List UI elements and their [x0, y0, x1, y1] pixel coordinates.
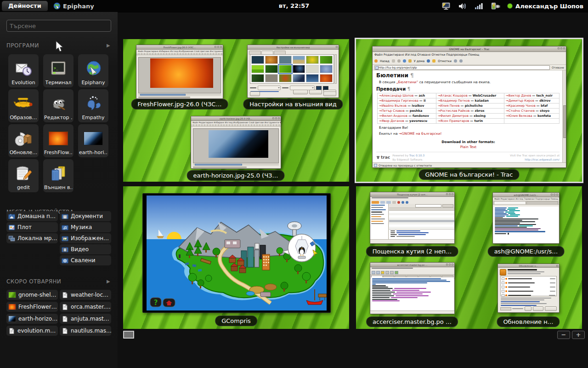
restore-button[interactable] — [293, 90, 308, 94]
recent-weather-loc[interactable]: weather-loc… — [60, 290, 111, 300]
gcompris-home-button[interactable] — [163, 299, 175, 307]
workspace-3[interactable]: ? GCompris — [123, 186, 349, 329]
window-evolution-mail[interactable]: Пощенска кутия (2 неп… — [370, 192, 455, 244]
app-earth-horizon[interactable]: earth-hori… — [78, 124, 108, 157]
browser-scrollbar[interactable] — [562, 70, 566, 163]
window-terminal[interactable]: ash@GNOME:/usr/s… Файл Редактиране Изгле… — [492, 192, 560, 244]
battery-icon[interactable] — [490, 2, 500, 10]
display-icon[interactable] — [441, 2, 451, 10]
bookmarks-button[interactable]: Отметки — [438, 59, 452, 63]
window-appearance[interactable]: Настройки на външния вид — [247, 45, 339, 98]
back-icon[interactable] — [374, 59, 378, 63]
help-button[interactable] — [525, 306, 531, 311]
terminal-tabs[interactable] — [493, 201, 559, 205]
recent-expander-icon[interactable]: ▶ — [107, 279, 110, 284]
window-trac-browser[interactable]: GNOME на български! - Trac Файл Редактир… — [372, 46, 566, 168]
gimp-hscrollbar[interactable] — [138, 94, 221, 96]
translator-link[interactable]: →Ростислав Райков — [438, 109, 469, 113]
selected-message-row[interactable] — [389, 220, 454, 222]
app-menu[interactable]: Epiphany — [53, 0, 94, 12]
mail-search-input[interactable] — [415, 204, 441, 207]
app-appearance[interactable]: Външен в… — [43, 159, 74, 192]
history-icon[interactable] — [427, 59, 430, 63]
recent-freshflower[interactable]: FreshFlower… — [6, 302, 58, 312]
trac-version-link[interactable]: Trac 0.10.3 — [409, 154, 424, 157]
update-link-2[interactable] — [501, 305, 537, 306]
translator-link[interactable]: →Явор Доганов — [379, 119, 404, 123]
gimp-hscrollbar[interactable] — [193, 164, 279, 166]
go-button[interactable]: Отиване — [552, 66, 564, 69]
gcompris-help-button[interactable]: ? — [150, 298, 161, 307]
translator-link[interactable]: →Петър Славов — [379, 109, 405, 113]
update-list[interactable] — [500, 276, 557, 296]
translator-link[interactable]: →Ивайло Вълков — [379, 104, 407, 108]
bulletins-link[interactable]: „Бюлетини“ — [396, 80, 418, 84]
url-input[interactable]: http://fsa-bg.org/project/gtp — [374, 65, 550, 70]
help-button[interactable] — [250, 92, 260, 96]
app-terminal[interactable]: >_ Терминал — [43, 54, 74, 87]
user-menu[interactable]: Александър Шопов — [508, 3, 583, 10]
translator-link[interactable]: →Александър Шопов — [379, 94, 413, 98]
recent-evolution-file[interactable]: evolution.m… — [6, 326, 58, 336]
translator-link[interactable]: →Ясен Праматаров — [438, 119, 469, 123]
place-documents[interactable]: Документи — [60, 211, 111, 221]
wallpaper-scrollbar[interactable] — [334, 54, 337, 84]
workspace-indicator[interactable] — [123, 331, 134, 339]
team-link[interactable]: →GNOME на български! — [399, 132, 442, 136]
recent-gnome-shell[interactable]: gnome-shel… — [6, 290, 58, 300]
plain-text-link[interactable]: Plain Text — [376, 145, 560, 149]
app-epiphany[interactable]: Epiphany — [78, 54, 108, 87]
window-software-update[interactable]: Обновление н… — [498, 264, 560, 313]
wallpaper-grid[interactable] — [250, 54, 334, 84]
window-gedit[interactable]: accerciser.master.bg.po … — [370, 262, 455, 314]
open-icon[interactable] — [376, 271, 380, 274]
browser-menubar[interactable]: Файл Редактиране Изглед Отиване Отметки … — [373, 52, 566, 58]
app-gcompris[interactable]: Образов… — [8, 89, 39, 122]
remove-workspace-button[interactable]: − — [557, 331, 570, 339]
home-button[interactable]: У дома — [414, 59, 424, 63]
translator-link[interactable]: →Красимир Чонов — [506, 104, 536, 108]
place-local-network[interactable]: Локална мр… — [6, 233, 58, 243]
save-icon[interactable] — [381, 271, 384, 274]
translator-link[interactable]: →Димитър Киров — [506, 99, 534, 103]
app-gedit[interactable]: gedit — [8, 159, 39, 192]
new-doc-icon[interactable] — [372, 271, 375, 274]
check-button[interactable] — [533, 306, 543, 311]
message-list[interactable] — [389, 211, 454, 229]
programs-expander-icon[interactable]: ▶ — [107, 43, 110, 48]
translator-link[interactable]: →Илия Пенев — [438, 104, 460, 108]
activities-button[interactable]: Дейности — [2, 1, 48, 11]
gedit-editor[interactable] — [371, 277, 454, 310]
place-pictures[interactable]: Изображен… — [60, 233, 111, 243]
style-dropdown[interactable] — [258, 86, 281, 90]
app-evolution[interactable]: Evolution — [8, 54, 39, 87]
home-icon[interactable] — [408, 59, 412, 63]
workspace-4[interactable]: Пощенска кутия (2 неп… — [356, 186, 582, 329]
remove-button[interactable] — [309, 90, 322, 94]
network-signal-icon[interactable] — [475, 2, 483, 10]
app-freshflower[interactable]: FreshFlow… — [43, 124, 74, 157]
app-gimp[interactable]: Редактор … — [43, 89, 74, 122]
install-button[interactable] — [545, 306, 557, 311]
translator-link[interactable]: →Виктор Дачев — [506, 94, 531, 98]
back-button[interactable]: Назад — [380, 59, 390, 63]
translator-link[interactable]: →Атанас Кошаров — [438, 94, 468, 98]
app-empathy[interactable]: Empathy — [78, 89, 108, 122]
place-music[interactable]: Музика — [60, 222, 111, 232]
search-icon[interactable] — [395, 271, 398, 274]
evolution-folder-sidebar[interactable] — [370, 204, 389, 240]
reload-icon[interactable] — [403, 59, 406, 63]
bookmarks-icon[interactable] — [432, 59, 435, 63]
place-desktop[interactable]: Плот — [6, 222, 58, 232]
recent-anjuta-master[interactable]: anjuta.mast… — [60, 314, 111, 324]
close-button[interactable] — [323, 92, 336, 96]
recent-earth-horizon[interactable]: earth-horizo… — [6, 314, 58, 324]
edgewall-link[interactable]: http://trac.edgewall.com/ — [525, 158, 560, 161]
translator-link[interactable]: →Юлия Велкова — [506, 114, 532, 118]
volume-icon[interactable] — [458, 2, 467, 10]
translator-link[interactable]: →Филип Димитров — [438, 114, 469, 118]
zoom-in-icon[interactable] — [454, 59, 457, 63]
workspace-1[interactable]: FreshFlower.jpg-26.0 (ЧЗС… Файл Редактир… — [123, 39, 349, 182]
forward-icon[interactable] — [392, 59, 395, 63]
place-videos[interactable]: Видео — [60, 244, 111, 254]
